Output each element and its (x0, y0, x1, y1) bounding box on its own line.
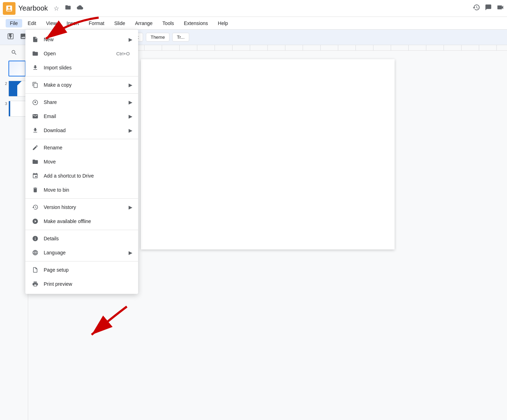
details-label: Details (44, 236, 132, 241)
dropdown-item-version[interactable]: Version history ▶ (25, 200, 138, 214)
menu-edit[interactable]: Edit (24, 19, 41, 27)
dropdown-section-6: Details Language ▶ (25, 230, 138, 261)
title-icons: ☆ (52, 3, 85, 14)
menu-tools[interactable]: Tools (158, 19, 178, 27)
search-icon[interactable] (1, 48, 26, 57)
menu-help[interactable]: Help (214, 19, 232, 27)
dropdown-item-share[interactable]: Share ▶ (25, 95, 138, 109)
slide-num-3: 3 (2, 101, 7, 106)
dropdown-item-bin[interactable]: Move to bin (25, 183, 138, 197)
slide-preview-2[interactable] (8, 81, 26, 97)
slide-num-2: 2 (2, 81, 7, 86)
dropdown-section-1: New ▶ Open Ctrl+O Import slides (25, 31, 138, 76)
share-label: Share (44, 99, 129, 105)
dropdown-item-open[interactable]: Open Ctrl+O (25, 47, 138, 61)
version-label: Version history (44, 204, 129, 210)
menu-file[interactable]: File (6, 19, 22, 27)
dropdown-item-language[interactable]: Language ▶ (25, 246, 138, 260)
new-label: New (44, 37, 129, 42)
shortcut-icon (31, 172, 39, 180)
transition-button[interactable]: Tr... (172, 33, 189, 42)
import-icon (31, 63, 39, 72)
dropdown-item-email[interactable]: Email ▶ (25, 109, 138, 123)
dropdown-item-shortcut[interactable]: Add a shortcut to Drive (25, 169, 138, 183)
file-dropdown-menu: New ▶ Open Ctrl+O Import slides Make a c… (25, 30, 138, 294)
menu-insert[interactable]: Insert (62, 19, 83, 27)
bin-label: Move to bin (44, 187, 132, 193)
open-label: Open (44, 51, 116, 56)
rename-label: Rename (44, 145, 132, 150)
menu-format[interactable]: Format (85, 19, 109, 27)
dropdown-section-7: Page setup Print preview (25, 261, 138, 292)
title-bar: Yearbook ☆ (0, 0, 507, 17)
open-shortcut: Ctrl+O (116, 51, 130, 56)
menu-extensions[interactable]: Extensions (180, 19, 212, 27)
version-icon (31, 203, 39, 211)
details-icon (31, 234, 39, 243)
copy-arrow: ▶ (129, 82, 132, 88)
download-label: Download (44, 128, 129, 133)
import-label: Import slides (44, 65, 132, 70)
dropdown-section-2: Make a copy ▶ (25, 76, 138, 94)
language-label: Language (44, 250, 129, 255)
doc-title: Yearbook (18, 4, 48, 12)
printpreview-label: Print preview (44, 281, 132, 287)
menu-arrange[interactable]: Arrange (131, 19, 157, 27)
shortcut-label: Add a shortcut to Drive (44, 173, 132, 179)
dropdown-item-rename[interactable]: Rename (25, 141, 138, 155)
menu-bar: File Edit View Insert Format Slide Arran… (0, 17, 507, 30)
history-icon[interactable] (472, 4, 480, 13)
download-arrow: ▶ (129, 128, 132, 133)
dropdown-item-pagesetup[interactable]: Page setup (25, 263, 138, 277)
slide-thumb-2[interactable]: 2 (1, 80, 26, 97)
move-label: Move (44, 159, 132, 165)
dropdown-item-import[interactable]: Import slides (25, 61, 138, 75)
video-icon[interactable] (496, 4, 504, 13)
dropdown-item-new[interactable]: New ▶ (25, 32, 138, 47)
share-arrow: ▶ (129, 99, 132, 105)
comment-icon[interactable] (484, 4, 492, 13)
email-icon (31, 112, 39, 121)
menu-slide[interactable]: Slide (110, 19, 129, 27)
select-tool-icon[interactable] (6, 31, 16, 43)
pagesetup-icon (31, 266, 39, 274)
dropdown-item-download[interactable]: Download ▶ (25, 123, 138, 137)
share-icon (31, 98, 39, 106)
copy-icon (31, 81, 39, 89)
header-right (472, 4, 504, 13)
offline-label: Make available offline (44, 218, 132, 224)
open-icon (31, 49, 39, 58)
slide-preview-1[interactable] (8, 61, 26, 76)
folder-icon[interactable] (63, 3, 73, 14)
app-icon (3, 2, 16, 15)
slide-preview-3[interactable] (8, 101, 26, 117)
slide-num-1 (2, 61, 7, 61)
dropdown-section-4: Rename Move Add a shortcut to Drive Move… (25, 139, 138, 199)
theme-button[interactable]: Theme (146, 33, 169, 42)
move-icon (31, 158, 39, 166)
slide-thumb-1[interactable] (1, 60, 26, 77)
star-icon[interactable]: ☆ (52, 3, 61, 14)
bin-icon (31, 186, 39, 194)
slide-canvas (141, 59, 395, 249)
dropdown-item-printpreview[interactable]: Print preview (25, 277, 138, 291)
rename-icon (31, 143, 39, 152)
download-icon (31, 126, 39, 135)
dropdown-section-3: Share ▶ Email ▶ Download ▶ (25, 94, 138, 139)
slides-panel: 2 3 (0, 45, 28, 420)
offline-icon (31, 217, 39, 226)
language-arrow: ▶ (129, 250, 132, 255)
pagesetup-label: Page setup (44, 267, 132, 273)
copy-label: Make a copy (44, 82, 129, 88)
new-arrow: ▶ (129, 37, 132, 42)
cloud-icon[interactable] (75, 3, 85, 14)
dropdown-item-copy[interactable]: Make a copy ▶ (25, 78, 138, 92)
dropdown-item-move[interactable]: Move (25, 155, 138, 169)
email-label: Email (44, 113, 129, 119)
dropdown-item-offline[interactable]: Make available offline (25, 214, 138, 228)
menu-view[interactable]: View (42, 19, 61, 27)
slide-thumb-3[interactable]: 3 (1, 100, 26, 117)
dropdown-section-5: Version history ▶ Make available offline (25, 199, 138, 230)
slide-canvas-wrapper (141, 59, 395, 249)
dropdown-item-details[interactable]: Details (25, 231, 138, 246)
